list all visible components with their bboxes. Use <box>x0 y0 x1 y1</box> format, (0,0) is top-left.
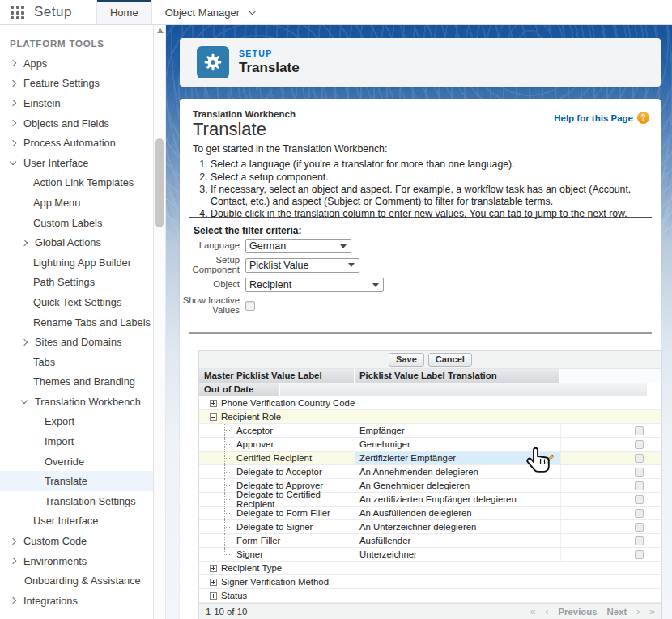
sidebar-item-onboarding-assistance[interactable]: Onboarding & Assistance <box>0 570 153 591</box>
pagination-range: 1-10 of 10 <box>206 607 247 617</box>
show-inactive-values-checkbox[interactable] <box>245 301 255 311</box>
column-header-out-of-date[interactable]: Out of Date <box>199 383 280 396</box>
collapse-icon[interactable] <box>210 413 217 421</box>
intro-lead: To get started in the Translation Workbe… <box>193 143 387 155</box>
scrollbar-thumb[interactable] <box>155 138 164 227</box>
sidebar-item-tabs[interactable]: Tabs <box>0 352 153 372</box>
sidebar-item-global-actions[interactable]: Global Actions <box>0 232 153 252</box>
table-row: Signer Unterzeichner <box>199 548 661 562</box>
show-inactive-values-label: Show Inactive Values <box>180 296 245 315</box>
table-row: Recipient Type <box>199 562 661 575</box>
setup-page-header: SETUP Translate <box>180 38 661 87</box>
expand-icon[interactable] <box>210 400 217 407</box>
sidebar-item-override[interactable]: Override <box>0 452 153 472</box>
master-label: Signer <box>236 549 263 559</box>
tab-home[interactable]: Home <box>96 0 152 24</box>
translation-cell[interactable]: Unterzeichner <box>355 548 560 561</box>
next-link[interactable]: Next <box>607 607 627 617</box>
grid-toolbar: Save Cancel <box>199 351 661 369</box>
last-page-button[interactable]: » <box>649 606 655 617</box>
sidebar-item-export[interactable]: Export <box>0 412 153 432</box>
table-row: Status <box>199 589 661 603</box>
sidebar-scrollbar[interactable] <box>154 25 166 619</box>
cancel-button[interactable]: Cancel <box>428 353 472 367</box>
content-title: Translate <box>193 119 266 140</box>
expand-icon[interactable] <box>210 579 217 586</box>
previous-link[interactable]: Previous <box>558 607 597 617</box>
object-select[interactable]: Recipient <box>245 278 384 292</box>
expand-icon[interactable] <box>210 565 217 572</box>
dropdown-arrow-icon <box>340 244 347 248</box>
setup-component-label: Setup Component <box>180 256 245 274</box>
out-of-date-checkbox <box>635 523 644 532</box>
first-page-button[interactable]: « <box>530 606 536 617</box>
translate-content-card: Translation Workbench Translate Help for… <box>180 99 661 619</box>
sidebar-item-translate[interactable]: Translate <box>0 471 153 491</box>
next-page-button[interactable]: › <box>636 606 640 617</box>
sidebar-item-themes-and-branding[interactable]: Themes and Branding <box>0 372 153 392</box>
expand-icon[interactable] <box>210 592 217 600</box>
sidebar-item-integrations[interactable]: Integrations <box>0 591 153 611</box>
sidebar-item-app-menu[interactable]: App Menu <box>0 193 153 213</box>
edit-pencil-icon[interactable] <box>545 453 555 465</box>
tree-elbow-icon <box>221 479 234 493</box>
sidebar-item-environments[interactable]: Environments <box>0 551 153 571</box>
column-header-master[interactable]: Master Picklist Value Label <box>199 369 355 383</box>
sidebar-item-translation-settings[interactable]: Translation Settings <box>0 491 153 511</box>
app-launcher-icon[interactable] <box>11 6 24 19</box>
translation-cell[interactable]: Genehmiger <box>355 438 560 451</box>
column-header-translation[interactable]: Picklist Value Label Translation <box>355 369 560 383</box>
grid-subheader-row: Out of Date <box>199 383 661 396</box>
tree-elbow-icon <box>221 534 234 548</box>
table-row: Form Filler Ausfüllender <box>199 534 661 548</box>
intro-step: Select a language (if you're a translato… <box>211 159 648 171</box>
save-button[interactable]: Save <box>389 353 424 367</box>
sidebar-item-sites-and-domains[interactable]: Sites and Domains <box>0 332 153 352</box>
sidebar-item-translation-workbench[interactable]: Translation Workbench <box>0 392 153 412</box>
translation-cell[interactable]: An Ausfüllenden delegieren <box>355 507 560 519</box>
sidebar-item-apps[interactable]: Apps <box>0 53 153 74</box>
translation-cell[interactable]: Ausfüllender <box>355 534 560 547</box>
filter-heading: Select the filter criteria: <box>194 225 301 236</box>
sidebar-item-rename-tabs-and-labels[interactable]: Rename Tabs and Labels <box>0 312 153 333</box>
intro-step: Select a setup component. <box>211 172 648 184</box>
translation-cell-editing[interactable]: Zertifizierter Empfänger <box>355 452 560 464</box>
chevron-right-icon <box>10 139 16 146</box>
sidebar-item-user-interface-page[interactable]: User Interface <box>0 511 153 532</box>
chevron-down-icon <box>249 7 257 15</box>
sidebar-item-feature-settings[interactable]: Feature Settings <box>0 74 153 94</box>
sidebar-item-einstein[interactable]: Einstein <box>0 93 153 113</box>
sidebar-item-custom-labels[interactable]: Custom Labels <box>0 213 153 233</box>
table-row: Delegate to Signer An Unterzeichner dele… <box>199 520 661 534</box>
sidebar-item-action-link-templates[interactable]: Action Link Templates <box>0 173 153 193</box>
dropdown-arrow-icon <box>348 263 355 267</box>
breadcrumb: Translation Workbench <box>193 109 296 119</box>
out-of-date-checkbox <box>635 426 644 435</box>
sidebar-item-lightning-app-builder[interactable]: Lightning App Builder <box>0 252 153 273</box>
translation-cell[interactable]: An zertifizierten Empfänger delegieren <box>355 493 560 506</box>
table-row: Acceptor Empfänger <box>199 424 661 438</box>
sidebar-item-import[interactable]: Import <box>0 431 153 452</box>
main-content-area: SETUP Translate Translation Workbench Tr… <box>166 25 672 619</box>
out-of-date-checkbox <box>635 536 644 545</box>
translation-cell[interactable]: Empfänger <box>355 424 560 437</box>
language-select[interactable]: German <box>245 239 351 253</box>
master-label: Delegate to Form Filler <box>236 508 330 518</box>
sidebar-item-process-automation[interactable]: Process Automation <box>0 133 153 153</box>
translation-cell[interactable]: An Genehmiger delegieren <box>355 479 560 492</box>
sidebar-item-quick-text-settings[interactable]: Quick Text Settings <box>0 292 153 312</box>
tree-elbow-icon <box>221 507 234 520</box>
sidebar-item-path-settings[interactable]: Path Settings <box>0 273 153 293</box>
tab-object-manager[interactable]: Object Manager <box>152 0 269 24</box>
translation-cell[interactable]: An Unterzeichner delegieren <box>355 520 560 533</box>
out-of-date-checkbox <box>635 468 644 477</box>
help-for-this-page-link[interactable]: Help for this Page ? <box>554 112 649 124</box>
prev-page-button[interactable]: ‹ <box>545 606 548 617</box>
sidebar-item-objects-and-fields[interactable]: Objects and Fields <box>0 113 153 134</box>
setup-component-select[interactable]: Picklist Value <box>245 258 359 273</box>
sidebar-item-custom-code[interactable]: Custom Code <box>0 531 153 551</box>
grid-header-row: Master Picklist Value Label Picklist Val… <box>199 369 661 383</box>
sidebar-item-user-interface[interactable]: User Interface <box>0 153 153 173</box>
chevron-down-icon <box>10 159 16 165</box>
translation-cell[interactable]: An Annehmenden delegieren <box>355 465 560 478</box>
